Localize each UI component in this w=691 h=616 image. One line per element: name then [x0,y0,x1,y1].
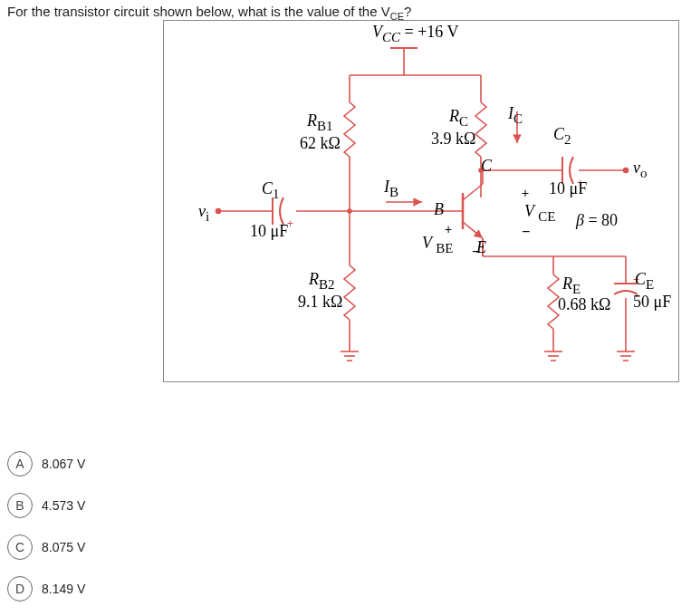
rc-value: 3.9 kΩ [431,130,475,149]
ib-label: IB [384,178,398,200]
answer-text: 8.149 V [42,582,85,596]
svg-point-12 [216,209,221,214]
vce-label: V CE [524,202,555,225]
circuit-diagram: + + + + − + − VCC = +16 V RB1 62 kΩ RC 3… [163,20,679,382]
rb1-value: 62 kΩ [300,134,341,153]
vi-label: vi [198,202,209,225]
ce-value: 50 μF [633,293,671,312]
answer-option-a[interactable]: A 8.067 V [7,451,85,476]
node-e-label: E [476,238,486,257]
svg-line-19 [463,222,483,238]
c1-value: 10 μF [250,222,288,241]
answer-option-c[interactable]: C 8.075 V [7,534,85,560]
rb2-value: 9.1 kΩ [298,293,342,312]
node-b-label: B [434,200,444,219]
vo-label: vo [633,159,648,181]
radio-icon: C [7,534,33,560]
answer-list: A 8.067 V B 4.573 V C 8.075 V D 8.149 V [7,435,85,616]
beta-label: β = 80 [576,211,618,230]
node-c-label: C [481,157,492,176]
radio-icon: A [7,451,33,476]
rb2-label: RB2 [309,270,335,293]
svg-point-24 [624,168,629,173]
c2-value: 10 μF [549,179,587,198]
vbe-label: V BE [422,234,453,256]
svg-line-16 [463,184,483,200]
rb1-label: RB1 [307,111,333,134]
rc-label: RC [449,107,468,130]
c1-label: C1 [262,179,280,202]
radio-icon: D [7,576,33,602]
svg-text:+: + [522,186,529,200]
answer-text: 8.067 V [42,457,85,471]
answer-option-b[interactable]: B 4.573 V [7,493,85,518]
re-label: RE [562,274,581,297]
answer-option-d[interactable]: D 8.149 V [7,576,85,602]
c2-label: C2 [553,125,571,148]
re-value: 0.68 kΩ [558,295,610,314]
svg-text:−: − [522,224,530,239]
ic-label: IC [508,104,523,127]
ce-label: CE [635,270,654,293]
answer-text: 8.075 V [42,540,85,554]
answer-text: 4.573 V [42,498,85,513]
circuit-svg: + + + + − + − [164,21,680,383]
radio-icon: B [7,493,33,518]
vcc-label: VCC = +16 V [372,23,459,45]
